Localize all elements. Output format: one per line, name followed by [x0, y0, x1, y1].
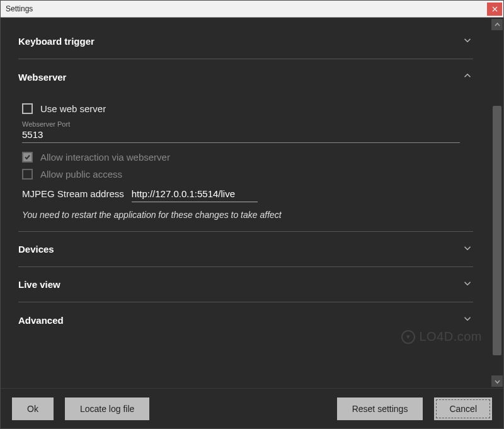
- arrow-down-icon: [495, 379, 500, 384]
- chevron-up-icon: [462, 70, 473, 84]
- mjpeg-stream-label: MJPEG Stream address: [22, 188, 124, 199]
- webserver-port-input[interactable]: [22, 128, 460, 143]
- chevron-down-icon: [462, 35, 473, 49]
- main-area: Keyboard trigger Webserver Use web serve…: [1, 18, 503, 388]
- titlebar: Settings: [1, 1, 503, 18]
- arrow-up-icon: [495, 22, 500, 28]
- use-web-server-row[interactable]: Use web server: [22, 103, 473, 114]
- chevron-down-icon: [462, 313, 473, 327]
- section-devices: Devices: [18, 232, 473, 267]
- section-header-devices[interactable]: Devices: [18, 232, 473, 267]
- cancel-button[interactable]: Cancel: [434, 398, 492, 420]
- close-button[interactable]: [487, 3, 502, 16]
- use-web-server-checkbox[interactable]: [22, 103, 33, 114]
- locate-log-button[interactable]: Locate log file: [65, 398, 149, 420]
- allow-public-row: Allow public access: [22, 169, 473, 180]
- section-header-webserver[interactable]: Webserver: [18, 59, 473, 94]
- webserver-body: Use web server Webserver Port Allow inte…: [18, 94, 473, 232]
- allow-interaction-row: Allow interaction via webserver: [22, 152, 473, 163]
- settings-content: Keyboard trigger Webserver Use web serve…: [1, 18, 491, 388]
- restart-note: You need to restart the application for …: [22, 210, 473, 220]
- allow-interaction-label: Allow interaction via webserver: [40, 152, 170, 163]
- webserver-port-label: Webserver Port: [22, 120, 473, 128]
- allow-public-label: Allow public access: [40, 169, 122, 180]
- reset-settings-button[interactable]: Reset settings: [337, 398, 423, 420]
- section-label: Webserver: [18, 72, 66, 83]
- window-title: Settings: [1, 4, 487, 13]
- scrollbar-thumb[interactable]: [493, 106, 501, 355]
- ok-button[interactable]: Ok: [12, 398, 54, 420]
- check-icon: [24, 154, 31, 161]
- allow-public-checkbox: [22, 169, 33, 180]
- section-header-live-view[interactable]: Live view: [18, 267, 473, 302]
- section-label: Live view: [18, 279, 60, 290]
- section-webserver: Webserver Use web server Webserver Port: [18, 59, 473, 232]
- scroll-down-button[interactable]: [491, 375, 503, 387]
- section-advanced: Advanced: [18, 302, 473, 338]
- section-live-view: Live view: [18, 267, 473, 302]
- footer-bar: Ok Locate log file Reset settings Cancel: [1, 388, 503, 428]
- mjpeg-stream-input[interactable]: [132, 187, 258, 202]
- scroll-up-button[interactable]: [491, 19, 503, 30]
- scrollbar-track[interactable]: [493, 31, 501, 374]
- chevron-down-icon: [462, 243, 473, 256]
- section-label: Keyboard trigger: [18, 36, 94, 47]
- allow-interaction-checkbox: [22, 152, 33, 163]
- chevron-down-icon: [462, 278, 473, 292]
- vertical-scrollbar[interactable]: [491, 18, 503, 388]
- close-icon: [492, 6, 498, 12]
- section-label: Devices: [18, 244, 54, 255]
- use-web-server-label: Use web server: [40, 103, 106, 114]
- section-label: Advanced: [18, 315, 64, 326]
- mjpeg-stream-row: MJPEG Stream address: [22, 187, 473, 202]
- section-keyboard-trigger: Keyboard trigger: [18, 24, 473, 59]
- section-header-keyboard-trigger[interactable]: Keyboard trigger: [18, 24, 473, 59]
- section-header-advanced[interactable]: Advanced: [18, 302, 473, 338]
